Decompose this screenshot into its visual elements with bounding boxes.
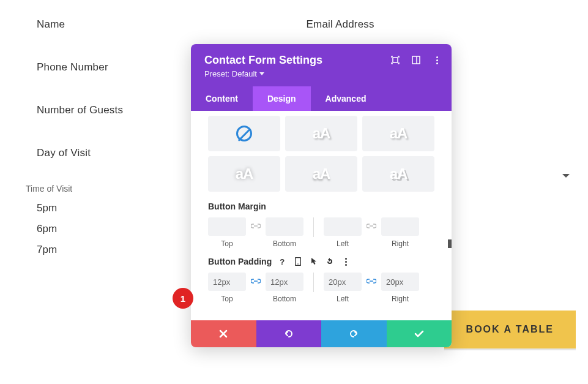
hover-icon[interactable] [310,257,318,266]
day-field-label[interactable]: Day of Visit [37,147,91,159]
shadow-presets: aA aA aA aA aA [208,116,434,192]
button-padding-controls: Top Bottom Left Right [208,273,434,303]
shadow-none[interactable] [208,116,280,151]
margin-right-input[interactable] [381,217,419,236]
shadow-preset-4[interactable]: aA [285,156,357,192]
margin-bottom-input[interactable] [266,217,303,236]
panel-tabs: Content Design Advanced [191,86,452,111]
padding-bottom-input[interactable] [266,273,303,291]
book-table-button[interactable]: BOOK A TABLE [444,311,576,348]
tab-design[interactable]: Design [253,86,311,111]
shadow-preset-3[interactable]: aA [208,156,280,192]
preset-selector[interactable]: Preset: Default [204,69,264,78]
settings-panel: Contact Form Settings Preset: Default Co… [191,44,452,347]
name-field-label[interactable]: Name [37,18,65,30]
link-icon[interactable] [365,273,378,291]
panel-header[interactable]: Contact Form Settings Preset: Default [191,44,452,86]
annotation-badge: 1 [173,288,193,309]
button-margin-title: Button Margin [208,201,434,211]
more-icon[interactable] [432,55,442,65]
padding-right-input[interactable] [381,273,419,291]
link-icon[interactable] [250,273,262,291]
shadow-preset-1[interactable]: aA [285,116,357,151]
divider [313,273,314,292]
tab-content[interactable]: Content [191,86,253,111]
undo-button[interactable] [256,320,322,347]
help-icon[interactable]: ? [278,257,286,266]
ban-icon [236,126,252,141]
caret-down-icon [259,72,264,75]
save-button[interactable] [387,320,452,347]
button-margin-controls: Top Bottom Left Right [208,217,434,248]
shadow-preset-2[interactable]: aA [362,116,434,151]
padding-left-input[interactable] [324,273,362,291]
link-icon[interactable] [250,217,262,236]
link-icon[interactable] [365,217,378,236]
snap-icon[interactable] [411,55,421,65]
chevron-down-icon[interactable] [562,174,570,178]
scrollbar-indicator[interactable] [448,239,452,248]
margin-left-input[interactable] [324,217,362,236]
svg-point-4 [297,263,299,265]
svg-rect-1 [412,56,420,64]
phone-field-label[interactable]: Phone Number [37,61,108,73]
reset-icon[interactable] [326,257,334,266]
padding-top-input[interactable] [208,273,246,291]
divider [313,217,314,237]
margin-top-input[interactable] [208,217,246,236]
panel-footer [191,320,452,347]
shadow-preset-5[interactable]: aA [362,156,434,192]
button-padding-title: Button Padding [208,257,272,266]
cancel-button[interactable] [191,320,256,347]
redo-button[interactable] [321,320,387,347]
svg-rect-0 [393,58,398,62]
expand-icon[interactable] [390,55,400,65]
guests-field-label[interactable]: Number of Guests [37,104,123,116]
tab-advanced[interactable]: Advanced [311,86,381,111]
more-options-icon[interactable] [341,257,350,266]
mobile-icon[interactable] [294,257,302,266]
email-field-label[interactable]: Email Address [307,18,374,30]
